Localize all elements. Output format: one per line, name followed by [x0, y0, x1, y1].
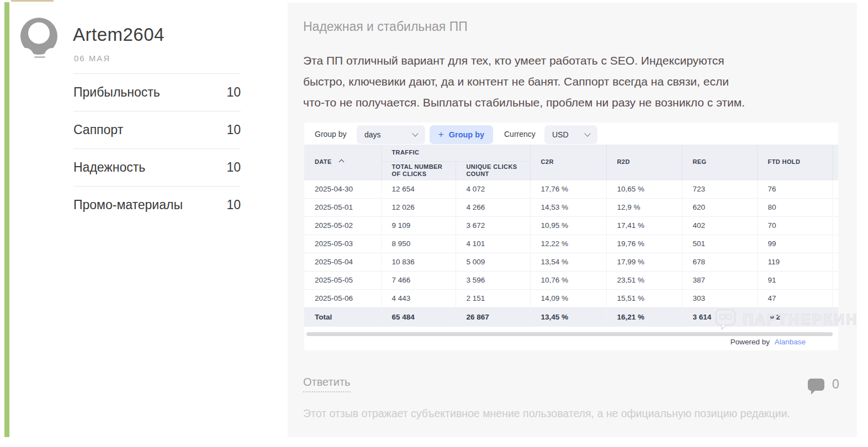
- review-body-line: быстро, ключевики дают, да и контент не …: [303, 71, 850, 92]
- user-avatar-icon: [20, 18, 57, 55]
- table-cell: 678: [682, 253, 757, 271]
- table-cell: 12,9 %: [606, 198, 682, 216]
- rating-label: Прибыльность: [73, 85, 160, 100]
- table-cell: 2025-05-04: [304, 253, 381, 271]
- powered-by-label: Powered by: [731, 338, 770, 346]
- table-row: 2025-05-057 4663 59610,76 %23,51 %38791: [304, 271, 838, 289]
- table-cell: 620: [682, 198, 757, 216]
- comment-icon[interactable]: [808, 379, 824, 391]
- table-cell: 2025-05-01: [304, 198, 381, 216]
- table-cell: 4 101: [456, 235, 530, 253]
- top-partial-element: [11, 0, 54, 2]
- table-cell: 10,76 %: [530, 271, 606, 289]
- table-cell: 91: [757, 271, 832, 289]
- table-cell: 14,09 %: [530, 289, 606, 307]
- table-cell: 99: [757, 235, 832, 253]
- disclaimer: Этот отзыв отражает субъективное мнение …: [303, 407, 790, 420]
- chevron-down-icon: [584, 130, 590, 136]
- table-cell-partial: [832, 235, 838, 253]
- column-header-date[interactable]: DATE: [304, 145, 381, 180]
- table-cell: 3 596: [456, 271, 530, 289]
- table-cell-partial: [832, 253, 838, 271]
- rating-value: 10: [226, 85, 241, 100]
- rating-value: 10: [226, 198, 241, 212]
- rating-row: Промо-материалы 10: [73, 186, 241, 223]
- column-header-r2d[interactable]: R2D: [606, 145, 682, 180]
- groupby-select-value: days: [364, 130, 381, 139]
- column-header-total-clicks[interactable]: TOTAL NUMBER OF CLICKS: [381, 161, 456, 180]
- avatar: [20, 18, 57, 55]
- table-cell: 76: [757, 180, 832, 198]
- column-header-ftd-hold[interactable]: FTD HOLD: [757, 145, 832, 180]
- table-row: 2025-05-029 1093 67210,95 %17,41 %40270: [304, 216, 838, 235]
- groupby-label: Group by: [315, 130, 347, 139]
- review-date: 06 МАЯ: [74, 54, 110, 63]
- table-cell: 5 009: [456, 253, 530, 271]
- table-cell: 2025-05-02: [304, 216, 381, 235]
- table-cell: 12 654: [381, 180, 456, 198]
- table-cell: 303: [682, 289, 757, 307]
- total-cell-partial: [832, 307, 838, 327]
- rating-row: Надежность 10: [73, 148, 241, 186]
- table-cell: 14,53 %: [530, 198, 606, 216]
- table-cell: 12,22 %: [530, 235, 606, 253]
- table-cell: 501: [682, 235, 757, 253]
- total-cell: 13,45 %: [530, 307, 606, 327]
- table-cell: 10 836: [381, 253, 456, 271]
- table-cell: 13,54 %: [530, 253, 606, 271]
- table-cell: 2025-05-06: [304, 289, 381, 307]
- table-cell-partial: [832, 289, 838, 307]
- stats-card: Group by days + Group by Currency USD: [304, 123, 838, 350]
- table-cell-partial: [832, 271, 838, 289]
- total-cell: 3 614: [682, 307, 757, 327]
- column-header-unique-clicks[interactable]: UNIQUE CLICKS COUNT: [456, 161, 530, 180]
- table-cell: 12 026: [381, 198, 456, 216]
- column-header-c2r[interactable]: C2R: [530, 145, 606, 180]
- table-cell: 80: [757, 198, 832, 216]
- rating-trend-dash: [34, 56, 45, 58]
- ratings-list: Прибыльность 10 Саппорт 10 Надежность 10…: [73, 73, 241, 223]
- table-cell: 9 109: [381, 216, 456, 235]
- table-cell: 2025-05-03: [304, 235, 381, 253]
- table-cell: 723: [682, 180, 757, 198]
- table-cell: 2 151: [456, 289, 530, 307]
- review-title: Надежная и стабильная ПП: [303, 19, 468, 34]
- review-body-line: что-то не получается. Выплаты стабильные…: [303, 92, 850, 113]
- add-groupby-button[interactable]: + Group by: [430, 125, 493, 144]
- stats-table: DATE TRAFFIC C2R R2D REG FTD HOLD TOTAL …: [304, 145, 838, 327]
- table-cell-partial: [832, 216, 838, 235]
- column-header-reg[interactable]: REG: [682, 145, 757, 180]
- chevron-down-icon: [412, 130, 418, 136]
- sort-asc-icon: [339, 159, 345, 165]
- table-row: 2025-04-3012 6544 07217,76 %10,65 %72376: [304, 180, 838, 198]
- review-page: Artem2604 06 МАЯ Прибыльность 10 Саппорт…: [0, 0, 868, 447]
- table-cell: 17,99 %: [606, 253, 682, 271]
- review-panel: Надежная и стабильная ПП Эта ПП отличный…: [288, 3, 857, 437]
- currency-select[interactable]: USD: [544, 125, 597, 144]
- comments-counter: 0: [808, 377, 839, 392]
- table-cell: 23,51 %: [606, 271, 682, 289]
- total-cell: 582: [757, 307, 832, 327]
- groupby-select[interactable]: days: [357, 125, 425, 144]
- table-cell-partial: [832, 198, 838, 216]
- rating-row: Прибыльность 10: [73, 73, 241, 111]
- table-cell: 47: [757, 289, 832, 307]
- horizontal-scrollbar[interactable]: [306, 332, 833, 336]
- review-body: Эта ПП отличный вариант для тех, кто уме…: [303, 50, 850, 113]
- date-header-label: DATE: [315, 158, 332, 165]
- total-cell: 65 484: [381, 307, 456, 327]
- table-cell: 4 443: [381, 289, 456, 307]
- reply-button[interactable]: Ответить: [303, 376, 351, 392]
- currency-label: Currency: [504, 130, 536, 139]
- stats-table-body: 2025-04-3012 6544 07217,76 %10,65 %72376…: [304, 180, 838, 307]
- alanbase-link[interactable]: Alanbase: [775, 338, 806, 346]
- table-row: 2025-05-064 4432 15114,09 %15,51 %30347: [304, 289, 838, 307]
- table-cell: 2025-05-05: [304, 271, 381, 289]
- comment-count: 0: [832, 377, 839, 392]
- table-cell: 4 072: [456, 180, 530, 198]
- table-cell: 19,76 %: [606, 235, 682, 253]
- table-cell: 4 266: [456, 198, 530, 216]
- review-body-line: Эта ПП отличный вариант для тех, кто уме…: [303, 50, 850, 71]
- currency-select-value: USD: [552, 130, 569, 139]
- rating-label: Надежность: [73, 160, 145, 175]
